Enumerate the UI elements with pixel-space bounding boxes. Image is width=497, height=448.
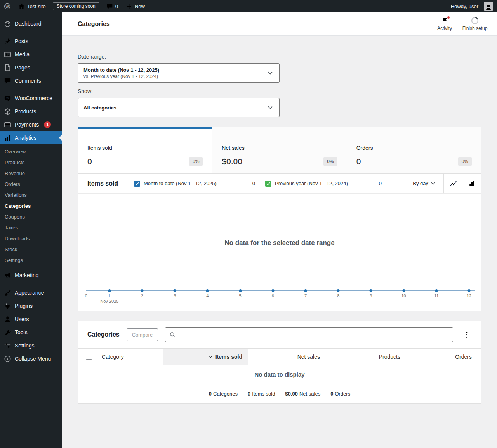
avatar [484, 2, 493, 11]
checkbox-checked-green[interactable] [265, 181, 271, 187]
chart-plot-area: No data for the selected date range [78, 194, 481, 291]
payments-badge: 1 [44, 121, 51, 128]
sidebar-item-dashboard[interactable]: Dashboard [0, 17, 62, 30]
sliders-icon [4, 342, 11, 349]
sidebar-item-plugins[interactable]: Plugins [0, 299, 62, 313]
sidebar-subitem-downloads[interactable]: Downloads [0, 233, 62, 244]
finish-setup-button[interactable]: Finish setup [460, 15, 490, 33]
sidebar-item-comments[interactable]: Comments [0, 74, 62, 87]
summary-card-items-sold[interactable]: Items sold 00% [78, 127, 212, 173]
table-options-button[interactable] [462, 330, 472, 340]
new-content-menu[interactable]: New [122, 0, 149, 12]
coming-soon-badge: Store coming soon [53, 2, 99, 10]
sidebar-item-pages[interactable]: Pages [0, 61, 62, 74]
collapse-arrow-icon [4, 355, 11, 363]
chart-card: Items sold Month to date (Nov 1 - 12, 20… [78, 173, 481, 311]
sidebar-subitem-products[interactable]: Products [0, 157, 62, 168]
column-header-category[interactable]: Category [100, 349, 163, 365]
date-range-value: Month to date (Nov 1 - 12, 2025) [83, 67, 159, 73]
line-chart-button[interactable] [444, 174, 462, 193]
sidebar-subitem-revenue[interactable]: Revenue [0, 168, 62, 179]
comments-shortcut[interactable]: 0 [103, 0, 122, 12]
site-name: Test site [27, 3, 46, 9]
table-header-row: Category Items sold Net sales Products O… [78, 348, 481, 365]
sidebar-subitem-settings[interactable]: Settings [0, 255, 62, 266]
site-menu[interactable]: Test site [14, 0, 50, 12]
compare-button[interactable]: Compare [127, 328, 158, 341]
account-menu[interactable]: Howdy, user [447, 0, 497, 12]
select-all-checkbox[interactable] [86, 354, 92, 360]
bar-chart-button[interactable] [462, 174, 481, 193]
legend-item-current-period[interactable]: Month to date (Nov 1 - 12, 2025) 0 [134, 181, 255, 187]
sidebar-item-users[interactable]: Users [0, 313, 62, 326]
y-axis-zero-label: 0 [85, 293, 87, 298]
gridline [78, 227, 481, 227]
plus-icon [126, 3, 132, 10]
summary-card-net-sales[interactable]: Net sales $0.000% [212, 127, 346, 173]
summary-cards: Items sold 00% Net sales $0.000% Orders … [78, 127, 481, 173]
person-icon [485, 4, 492, 11]
sidebar-item-appearance[interactable]: Appearance [0, 286, 62, 299]
category-show-select[interactable]: All categories [78, 98, 280, 117]
column-header-orders[interactable]: Orders [407, 349, 481, 365]
chart-type-toggle [443, 174, 481, 193]
date-range-select[interactable]: Month to date (Nov 1 - 12, 2025) vs. Pre… [78, 63, 280, 83]
interval-select[interactable]: By day [413, 180, 443, 187]
checkbox-checked-blue[interactable] [134, 181, 140, 187]
report-filters: Date range: Month to date (Nov 1 - 12, 2… [78, 54, 481, 117]
total-items-sold: 0Items sold [248, 391, 275, 397]
user-icon [4, 316, 11, 323]
sidebar-item-products[interactable]: Products [0, 105, 62, 118]
sidebar-subitem-variations[interactable]: Variations [0, 190, 62, 201]
sidebar-subitem-taxes[interactable]: Taxes [0, 222, 62, 233]
sidebar-subitem-categories[interactable]: Categories [0, 201, 62, 212]
activity-button[interactable]: Activity [429, 15, 460, 33]
sidebar-item-collapse-menu[interactable]: Collapse Menu [0, 352, 62, 365]
sidebar-item-analytics[interactable]: Analytics [0, 131, 62, 144]
plug-icon [4, 302, 11, 310]
bar-chart-icon [468, 180, 476, 187]
box-icon [4, 108, 11, 115]
table-totals-row: 0Categories 0Items sold $0.00Net sales 0… [78, 384, 481, 403]
total-orders: 0Orders [330, 391, 350, 397]
ellipsis-vertical-icon [463, 331, 471, 339]
wordpress-logo-icon [4, 3, 10, 10]
sidebar-item-payments[interactable]: Payments1 [0, 118, 62, 131]
megaphone-icon [4, 272, 11, 279]
sidebar-item-tools[interactable]: Tools [0, 326, 62, 339]
sidebar-subitem-stock[interactable]: Stock [0, 244, 62, 255]
summary-card-orders[interactable]: Orders 00% [347, 127, 481, 173]
delta-badge: 0% [189, 157, 203, 166]
progress-ring-icon [471, 17, 479, 24]
date-range-label: Date range: [78, 54, 481, 60]
page-header: Categories Activity Finish setup [62, 12, 497, 36]
pages-icon [4, 64, 11, 71]
table-search[interactable] [165, 327, 453, 342]
sidebar-item-media[interactable]: Media [0, 48, 62, 61]
date-range-compare-value: vs. Previous year (Nov 1 - 12, 2024) [83, 74, 159, 79]
search-input[interactable] [176, 332, 449, 338]
woocommerce-icon [4, 95, 11, 102]
current-menu-arrow [59, 135, 62, 141]
column-header-items-sold[interactable]: Items sold [163, 349, 248, 365]
column-header-net-sales[interactable]: Net sales [248, 349, 326, 365]
wrench-icon [4, 329, 11, 336]
wp-logo-menu[interactable] [0, 0, 14, 12]
page-title: Categories [78, 21, 110, 28]
sidebar-subitem-orders[interactable]: Orders [0, 179, 62, 190]
sidebar-item-woocommerce[interactable]: WooCommerce [0, 92, 62, 105]
chevron-down-icon [430, 180, 436, 187]
admin-bar: Test site Store coming soon 0 New Howdy,… [0, 0, 497, 12]
menu-separator [0, 282, 62, 286]
sidebar-item-marketing[interactable]: Marketing [0, 269, 62, 282]
search-icon [169, 332, 176, 338]
total-categories: 0Categories [209, 391, 238, 397]
sidebar-subitem-overview[interactable]: Overview [0, 146, 62, 157]
sidebar-subitem-coupons[interactable]: Coupons [0, 212, 62, 222]
sidebar-item-posts[interactable]: Posts [0, 35, 62, 48]
total-net-sales: $0.00Net sales [285, 391, 320, 397]
home-icon [18, 3, 25, 10]
sidebar-item-settings[interactable]: Settings [0, 339, 62, 352]
legend-item-previous-period[interactable]: Previous year (Nov 1 - 12, 2024) 0 [265, 181, 382, 187]
column-header-products[interactable]: Products [326, 349, 407, 365]
